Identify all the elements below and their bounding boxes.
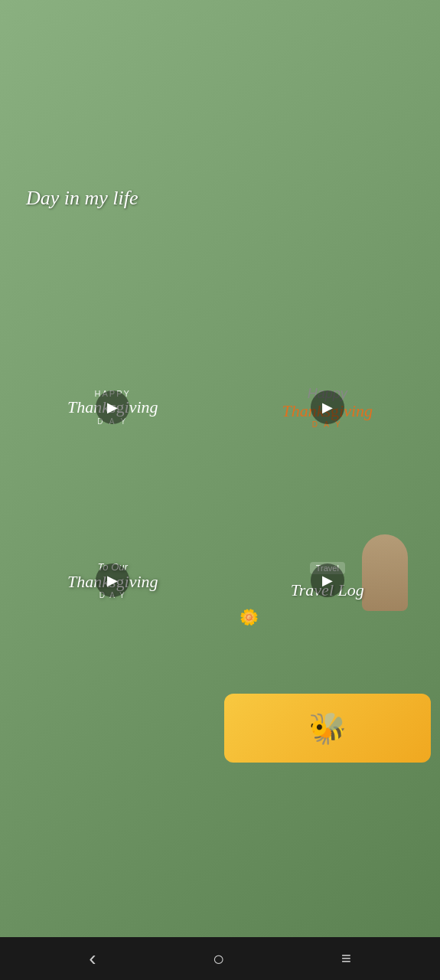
partial-thumb-1 xyxy=(9,694,217,763)
partial-card-1[interactable] xyxy=(9,694,217,763)
nav-menu-button[interactable]: ≡ xyxy=(326,942,367,975)
partial-card-2[interactable]: 🐝 xyxy=(224,694,432,763)
partial-icon-2: 🐝 xyxy=(308,710,347,746)
partial-cards: 🐝 xyxy=(0,694,440,772)
nav-bar: ‹ ○ ≡ xyxy=(0,937,440,980)
partial-bg-1 xyxy=(9,694,217,763)
hero-text: Day in my life xyxy=(26,188,139,210)
nav-home-button[interactable]: ○ xyxy=(197,941,240,977)
partial-thumb-2: 🐝 xyxy=(224,694,432,763)
nav-back-button[interactable]: ‹ xyxy=(73,940,111,977)
play-icon-1[interactable]: ▶ xyxy=(96,390,129,424)
play-icon-2[interactable]: ▶ xyxy=(311,390,344,424)
flower-icon: 🌼 xyxy=(240,608,259,626)
play-icon-3[interactable]: ▶ xyxy=(96,564,129,597)
person-silhouette xyxy=(362,534,408,611)
play-icon-4[interactable]: ▶ xyxy=(311,564,344,597)
